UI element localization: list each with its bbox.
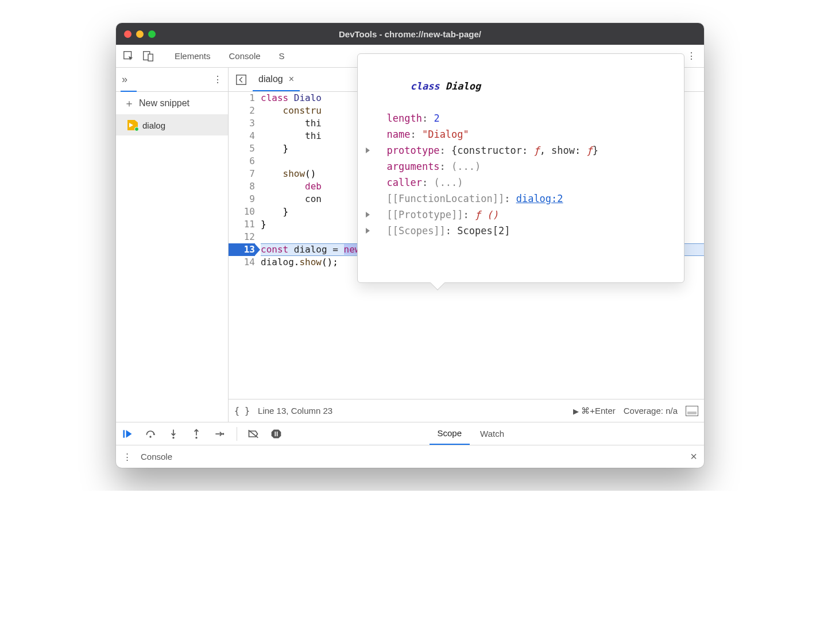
navigate-back-icon[interactable]: [233, 72, 249, 88]
svg-point-7: [195, 437, 197, 439]
window-title: DevTools - chrome://new-tab-page/: [116, 29, 704, 39]
step-icon[interactable]: [214, 428, 226, 440]
popover-row-scopes[interactable]: [[Scopes]]: Scopes[2]: [375, 223, 675, 239]
sidebar-header: »: [116, 68, 228, 92]
new-snippet-label: New snippet: [139, 98, 189, 108]
svg-point-5: [149, 436, 151, 437]
tab-elements[interactable]: Elements: [165, 45, 220, 67]
snippets-sidebar: » ＋ New snippet dialog: [116, 68, 229, 422]
close-drawer-icon[interactable]: ×: [690, 450, 697, 463]
run-snippet-hint[interactable]: ▶ ⌘+Enter: [573, 406, 616, 416]
popover-row-arguments[interactable]: arguments: (...): [375, 158, 675, 174]
editor-tab-dialog[interactable]: dialog ×: [253, 68, 300, 91]
tab-console[interactable]: Console: [220, 45, 270, 67]
function-location-link[interactable]: dialog:2: [516, 193, 563, 204]
devtools-window: DevTools - chrome://new-tab-page/ Elemen…: [116, 23, 704, 468]
inspect-icon[interactable]: [121, 48, 137, 64]
step-out-icon[interactable]: [191, 428, 203, 440]
toggle-drawer-icon[interactable]: [686, 406, 698, 416]
popover-row-internal-prototype[interactable]: [[Prototype]]: ƒ (): [375, 207, 675, 223]
popover-row-name[interactable]: name: "Dialog": [375, 126, 675, 142]
device-toggle-icon[interactable]: [140, 48, 156, 64]
close-window-icon[interactable]: [124, 30, 131, 38]
resume-icon[interactable]: [122, 428, 134, 440]
svg-rect-3: [237, 75, 246, 84]
snippet-item-label: dialog: [142, 121, 165, 130]
coverage-status: Coverage: n/a: [624, 406, 678, 416]
sidebar-menu-icon[interactable]: [213, 74, 222, 85]
pause-on-exceptions-icon[interactable]: [270, 428, 283, 440]
tab-sources-truncated[interactable]: S: [270, 45, 294, 67]
svg-point-6: [172, 437, 174, 439]
popover-row-function-location[interactable]: [[FunctionLocation]]: dialog:2: [375, 191, 675, 207]
deactivate-breakpoints-icon[interactable]: [247, 428, 260, 440]
snippet-item-dialog[interactable]: dialog: [116, 115, 228, 135]
close-tab-icon[interactable]: ×: [289, 74, 294, 84]
titlebar: DevTools - chrome://new-tab-page/: [116, 23, 704, 45]
editor-statusbar: { } Line 13, Column 23 ▶ ⌘+Enter Coverag…: [229, 399, 704, 422]
plus-icon: ＋: [124, 96, 134, 110]
new-snippet-button[interactable]: ＋ New snippet: [116, 92, 228, 115]
tab-scope[interactable]: Scope: [430, 422, 470, 445]
popover-title: class Dialog: [375, 62, 675, 110]
console-drawer: Console ×: [116, 445, 704, 468]
pretty-print-icon[interactable]: { }: [234, 406, 250, 416]
svg-rect-9: [275, 431, 276, 436]
console-menu-icon[interactable]: [123, 452, 131, 462]
popover-row-caller[interactable]: caller: (...): [375, 174, 675, 191]
step-into-icon[interactable]: [168, 428, 180, 440]
cursor-position: Line 13, Column 23: [258, 406, 332, 416]
more-tools-icon[interactable]: [683, 48, 699, 64]
console-tab-label[interactable]: Console: [141, 452, 172, 461]
popover-row-length[interactable]: length: 2: [375, 110, 675, 126]
maximize-window-icon[interactable]: [148, 30, 156, 38]
debugger-toolbar: Scope Watch: [116, 422, 704, 445]
snippet-file-icon: [127, 120, 138, 130]
svg-point-8: [222, 433, 224, 434]
svg-rect-4: [123, 430, 125, 437]
tab-watch[interactable]: Watch: [472, 422, 512, 445]
svg-rect-10: [277, 431, 278, 436]
editor-tab-label: dialog: [258, 74, 283, 84]
minimize-window-icon[interactable]: [136, 30, 144, 38]
popover-row-prototype[interactable]: prototype: {constructor: ƒ, show: ƒ}: [375, 142, 675, 158]
svg-rect-2: [148, 54, 153, 61]
navigator-expand-icon[interactable]: »: [122, 73, 127, 86]
step-over-icon[interactable]: [145, 428, 157, 440]
active-line-number: 13: [229, 243, 255, 256]
object-preview-popover[interactable]: class Dialog length: 2 name: "Dialog" pr…: [357, 53, 684, 283]
